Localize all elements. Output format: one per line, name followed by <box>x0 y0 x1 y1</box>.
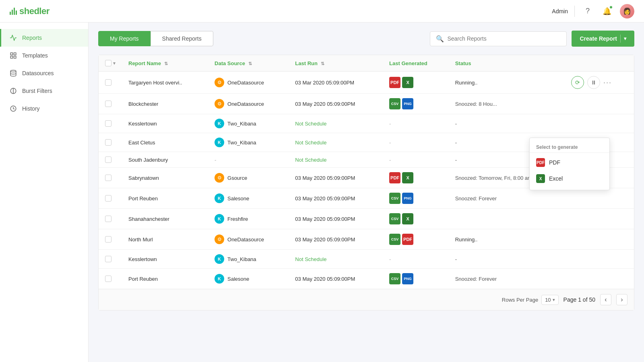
kibana-datasource-icon: K <box>215 254 224 264</box>
sort-icon-data-source[interactable]: ⇅ <box>248 61 252 66</box>
last-run-value: 03 May 2020 05:09:00PM <box>295 276 355 282</box>
sidebar-item-history[interactable]: History <box>0 100 88 117</box>
refresh-button[interactable]: ⟳ <box>571 76 584 89</box>
prev-page-button[interactable]: ‹ <box>600 294 611 305</box>
dropdown-item-excel[interactable]: X Excel <box>530 171 609 187</box>
search-input[interactable] <box>447 35 561 42</box>
sidebar-item-templates[interactable]: Templates <box>0 47 88 64</box>
tab-my-reports[interactable]: My Reports <box>98 31 151 46</box>
sidebar-item-burst-filters[interactable]: Burst Filters <box>0 82 88 100</box>
status-cell: Running.. <box>449 229 565 250</box>
row-checkbox-cell <box>99 72 122 94</box>
svg-rect-1 <box>14 53 16 55</box>
excel-icon: X <box>536 174 545 183</box>
svg-point-4 <box>10 70 16 72</box>
actions-cell: ⟳ ⏸ ··· <box>565 72 634 94</box>
report-name: Kesslertown <box>128 121 157 127</box>
chevron-down-rows-icon: ▾ <box>553 297 555 302</box>
actions-cell <box>565 269 634 289</box>
report-name: Blockchester <box>128 101 158 107</box>
row-checkbox-cell <box>99 152 122 168</box>
generate-dropdown: Select to generate PDF PDF X Excel <box>529 138 610 190</box>
status-text: - <box>455 140 457 146</box>
rows-per-page-select[interactable]: 10 ▾ <box>541 295 558 305</box>
logo: shedler <box>10 6 50 16</box>
pdf-icon: PDF <box>536 158 545 167</box>
row-checkbox[interactable] <box>105 101 111 107</box>
last-generated-cell: CSVPNG <box>383 188 449 209</box>
row-checkbox[interactable] <box>105 276 111 282</box>
last-run-cell: Not Schedule <box>289 152 383 168</box>
help-button[interactable]: ? <box>581 5 594 18</box>
row-checkbox-cell <box>99 229 122 250</box>
xlsx-format-icon: X <box>402 172 413 183</box>
row-checkbox[interactable] <box>105 156 111 163</box>
topbar: shedler Admin ? 🔔 👩 <box>0 0 644 23</box>
create-report-button[interactable]: Create Report ▾ <box>572 31 634 47</box>
last-generated-cell: - <box>383 152 449 168</box>
status-text: - <box>455 157 457 163</box>
tab-shared-reports[interactable]: Shared Reports <box>151 31 213 46</box>
content-header: My Reports Shared Reports 🔍 Create Repor… <box>98 31 634 47</box>
row-checkbox-cell <box>99 188 122 209</box>
status-cell <box>449 209 565 229</box>
next-page-button[interactable]: › <box>616 294 627 305</box>
sort-icon-last-run[interactable]: ⇅ <box>321 61 324 66</box>
not-scheduled-label: Not Schedule <box>295 157 326 163</box>
select-all-header[interactable]: ▾ <box>99 55 122 72</box>
row-checkbox[interactable] <box>105 195 111 202</box>
row-checkbox[interactable] <box>105 216 111 222</box>
header-right: 🔍 Create Report ▾ <box>430 31 634 47</box>
table-row: Blockchester ⚙OneDatasource 03 May 2020 … <box>99 94 634 114</box>
last-generated-cell: CSVX <box>383 209 449 229</box>
kibana-datasource-icon: K <box>215 193 224 203</box>
pause-button[interactable]: ⏸ <box>587 76 600 89</box>
datasource-cell-outer: ⚙OneDatasource <box>208 94 289 114</box>
row-checkbox[interactable] <box>105 79 111 86</box>
more-options-button[interactable]: ··· <box>603 78 612 87</box>
select-all-checkbox[interactable] <box>105 60 111 66</box>
chevron-down-header-icon: ▾ <box>113 61 116 66</box>
row-checkbox[interactable] <box>105 175 111 181</box>
not-scheduled-label: Not Schedule <box>295 140 326 146</box>
datasource-name: Gsource <box>227 175 247 181</box>
sidebar-item-reports[interactable]: Reports <box>0 29 88 47</box>
last-run-cell: 03 May 2020 05:09:00PM <box>289 94 383 114</box>
datasource-cell: KFreshfire <box>215 214 282 224</box>
row-checkbox[interactable] <box>105 256 111 262</box>
last-generated-cell: PDFX <box>383 168 449 188</box>
last-run-value: 03 May 2020 05:09:00PM <box>295 237 355 243</box>
grid-icon <box>9 51 17 60</box>
status-text: Snoozed: Tomorrow, Fri, 8:00 am <box>455 175 532 181</box>
xlsx-format-icon: X <box>402 77 413 88</box>
row-checkbox[interactable] <box>105 236 111 243</box>
actions-cell <box>565 94 634 114</box>
row-actions: ⟳ ⏸ ··· <box>571 76 627 89</box>
sidebar: Reports Templates <box>0 23 89 362</box>
avatar[interactable]: 👩 <box>620 4 634 19</box>
row-checkbox[interactable] <box>105 120 111 127</box>
xlsx-format-icon: X <box>402 213 413 224</box>
logo-bars <box>10 8 17 15</box>
actions-cell <box>565 209 634 229</box>
notification-button[interactable]: 🔔 <box>601 5 613 18</box>
status-text: Running.. <box>455 237 478 243</box>
datasource-cell-outer: KTwo_Kibana <box>208 114 289 133</box>
reports-table-container: ▾ Report Name ⇅ Data Source ⇅ <box>98 55 634 311</box>
datasource-cell-outer: KFreshfire <box>208 209 289 229</box>
datasource-cell: KSalesone <box>215 193 282 203</box>
last-run-cell: 03 May 2020 05:09:00PM <box>289 209 383 229</box>
format-icons: PDFX <box>389 172 442 183</box>
page-info: Page 1 of 50 <box>564 296 595 303</box>
row-checkbox[interactable] <box>105 139 111 146</box>
rows-per-page-label: Rows Per Page <box>502 297 538 303</box>
sidebar-item-datasources[interactable]: Datasources <box>0 64 88 82</box>
pdf-format-icon: PDF <box>389 77 400 88</box>
row-checkbox-cell <box>99 269 122 289</box>
report-name: Shanahanchester <box>128 216 169 222</box>
sort-icon-report-name[interactable]: ⇅ <box>164 61 168 66</box>
tab-group: My Reports Shared Reports <box>98 31 213 46</box>
dropdown-item-pdf[interactable]: PDF PDF <box>530 154 609 171</box>
filter-icon <box>9 87 17 95</box>
datasource-cell: ⚙OneDatasource <box>215 234 282 244</box>
